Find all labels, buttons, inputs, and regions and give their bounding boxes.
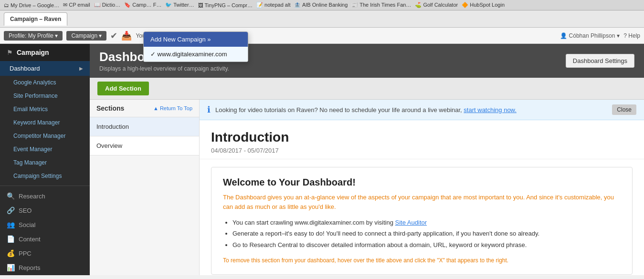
- campaign-tab-label: Campaign – Raven: [10, 16, 61, 22]
- sidebar-campaign-label: Campaign: [17, 49, 49, 56]
- reports-label: Reports: [19, 264, 41, 271]
- info-banner-text: Looking for video tutorials on Raven? No…: [215, 106, 517, 114]
- tag-manager-label: Tag Manager: [13, 159, 47, 166]
- keyword-manager-label: Keyword Manager: [13, 119, 60, 126]
- add-section-button[interactable]: Add Section: [97, 82, 149, 95]
- user-name: Cóbhan Phillipson: [569, 32, 615, 39]
- browser-bookmarks-bar: 🗂 My Drive – Google… ✉ CP email 📖 Dictio…: [0, 0, 644, 10]
- date-range: 04/08/2017 - 05/07/2017: [211, 147, 633, 154]
- dashboard-arrow: ▶: [79, 66, 83, 71]
- sidebar-campaign-header: ⚑ Campaign: [0, 44, 90, 61]
- sidebar: ⚑ Campaign Dashboard ▶ Google Analytics …: [0, 44, 90, 275]
- bookmark-camp[interactable]: 🔖 Camp… F…: [124, 2, 161, 8]
- campaign-selector[interactable]: Campaign ▾: [66, 31, 106, 41]
- section-item-overview[interactable]: Overview: [90, 136, 199, 155]
- sections-panel: Sections ▲ Return To Top Introduction Ov…: [90, 100, 200, 275]
- social-label: Social: [19, 221, 35, 228]
- section-overview-label: Overview: [96, 142, 122, 149]
- info-banner: ℹ Looking for video tutorials on Raven? …: [200, 100, 644, 120]
- sidebar-item-keyword-manager[interactable]: Keyword Manager: [0, 116, 90, 129]
- dashboard-subtitle: Displays a high-level overview of campai…: [99, 65, 229, 72]
- site-auditor-link[interactable]: Site Auditor: [395, 219, 427, 226]
- current-campaign-option[interactable]: ✓ www.digitalexaminer.com: [144, 47, 248, 62]
- sidebar-item-tag-manager[interactable]: Tag Manager: [0, 156, 90, 169]
- campaign-selector-label: Campaign: [71, 32, 97, 39]
- section-item-introduction[interactable]: Introduction: [90, 117, 199, 136]
- bookmark-aib[interactable]: 🏦 AIB Online Banking: [294, 2, 348, 8]
- campaign-settings-label: Campaign Settings: [13, 173, 62, 179]
- help-button[interactable]: ? Help: [623, 32, 640, 39]
- sidebar-item-dashboard[interactable]: Dashboard ▶: [0, 61, 90, 76]
- event-manager-label: Event Manager: [13, 146, 52, 153]
- profile-label: Profile: My Profile: [9, 32, 53, 39]
- sections-header: Sections ▲ Return To Top: [90, 100, 199, 117]
- bookmark-cp-email[interactable]: ✉ CP email: [63, 2, 90, 8]
- bullet-1: You can start crawling www.digitalexamin…: [232, 217, 621, 228]
- campaign-icon: ⚑: [7, 49, 13, 56]
- start-watching-link[interactable]: start watching now.: [464, 106, 517, 114]
- bookmark-notepad[interactable]: 📝 notepad alt: [256, 2, 291, 8]
- sidebar-item-campaign-settings[interactable]: Campaign Settings: [0, 169, 90, 183]
- sidebar-item-event-manager[interactable]: Event Manager: [0, 143, 90, 156]
- add-new-campaign-option[interactable]: Add New Campaign »: [144, 32, 248, 47]
- sidebar-item-site-performance[interactable]: Site Performance: [0, 89, 90, 103]
- intro-title: Introduction: [211, 130, 633, 145]
- return-to-top-link[interactable]: ▲ Return To Top: [153, 105, 192, 111]
- sidebar-item-competitor-manager[interactable]: Competitor Manager: [0, 129, 90, 143]
- research-icon: 🔍: [7, 192, 15, 200]
- active-tab[interactable]: Campaign – Raven: [4, 12, 67, 26]
- main-layout: ⚑ Campaign Dashboard ▶ Google Analytics …: [0, 44, 644, 275]
- dashboard-label: Dashboard: [10, 65, 40, 72]
- reports-icon: 📊: [7, 264, 15, 271]
- bookmark-twitter[interactable]: 🐦 Twitter…: [165, 2, 194, 8]
- section-introduction-label: Introduction: [96, 123, 129, 130]
- icon-inbox[interactable]: 📥: [121, 31, 132, 41]
- social-icon: 👥: [7, 221, 15, 228]
- bookmark-hubspot[interactable]: 🔶 HubSpot Login: [462, 2, 505, 8]
- browser-tab-bar: Campaign – Raven: [0, 10, 644, 28]
- bullet-3: Go to Research Central to discover detai…: [232, 239, 621, 250]
- content-icon: 📄: [7, 235, 15, 243]
- bookmark-tinypng[interactable]: 🖼 TinyPNG – Compr…: [198, 2, 253, 8]
- welcome-desc: The Dashboard gives you an at-a-glance v…: [223, 193, 621, 211]
- address-bar: Profile: My Profile ▾ Campaign ▾ ✔ 📥 You…: [0, 28, 644, 44]
- content-area: Dashboard Displays a high-level overview…: [90, 44, 644, 275]
- email-metrics-label: Email Metrics: [13, 106, 48, 113]
- sidebar-item-email-metrics[interactable]: Email Metrics: [0, 103, 90, 116]
- ppc-label: PPC: [19, 250, 32, 257]
- info-icon: ℹ: [207, 104, 211, 115]
- bookmark-irishtime[interactable]: 📰 The Irish Times Fan…: [351, 2, 411, 8]
- sidebar-item-content[interactable]: 📄 Content: [0, 232, 90, 246]
- bullet-2: Generate a report–it's easy to do! You'l…: [232, 228, 621, 239]
- sidebar-item-research[interactable]: 🔍 Research: [0, 189, 90, 203]
- intro-content: Introduction 04/08/2017 - 05/07/2017 Wel…: [200, 120, 644, 275]
- remove-note: To remove this section from your dashboa…: [223, 256, 621, 265]
- research-label: Research: [19, 193, 45, 200]
- seo-label: SEO: [19, 207, 32, 214]
- google-analytics-label: Google Analytics: [13, 79, 56, 86]
- sidebar-item-google-analytics[interactable]: Google Analytics: [0, 76, 90, 89]
- user-display[interactable]: 👤 Cóbhan Phillipson ▾: [560, 32, 620, 39]
- icon-checkmark[interactable]: ✔: [110, 31, 117, 41]
- bookmark-golf[interactable]: ⛳ Golf Calculator: [415, 2, 458, 8]
- sidebar-item-ppc[interactable]: 💰 PPC: [0, 246, 90, 260]
- sidebar-item-seo[interactable]: 🔗 SEO: [0, 203, 90, 217]
- site-performance-label: Site Performance: [13, 93, 58, 99]
- bookmark-my-drive[interactable]: 🗂 My Drive – Google…: [4, 2, 59, 8]
- toolbar: Add Section: [90, 78, 644, 100]
- main-panel: ℹ Looking for video tutorials on Raven? …: [200, 100, 644, 275]
- dashboard-settings-button[interactable]: Dashboard Settings: [566, 54, 634, 68]
- sidebar-item-social[interactable]: 👥 Social: [0, 217, 90, 232]
- body-content: Sections ▲ Return To Top Introduction Ov…: [90, 100, 644, 275]
- bookmark-dictio[interactable]: 📖 Dictio…: [94, 2, 121, 8]
- campaign-dropdown-popup: Add New Campaign » ✓ www.digitalexaminer…: [143, 31, 248, 62]
- ppc-icon: 💰: [7, 249, 15, 257]
- competitor-manager-label: Competitor Manager: [13, 133, 65, 139]
- profile-selector[interactable]: Profile: My Profile ▾: [4, 31, 63, 41]
- sidebar-item-reports[interactable]: 📊 Reports: [0, 260, 90, 275]
- content-label: Content: [19, 236, 41, 243]
- welcome-box: Welcome to Your Dashboard! The Dashboard…: [211, 167, 633, 275]
- seo-icon: 🔗: [7, 207, 15, 214]
- intro-header: Introduction 04/08/2017 - 05/07/2017: [200, 120, 644, 159]
- info-banner-close-button[interactable]: Close: [612, 104, 636, 115]
